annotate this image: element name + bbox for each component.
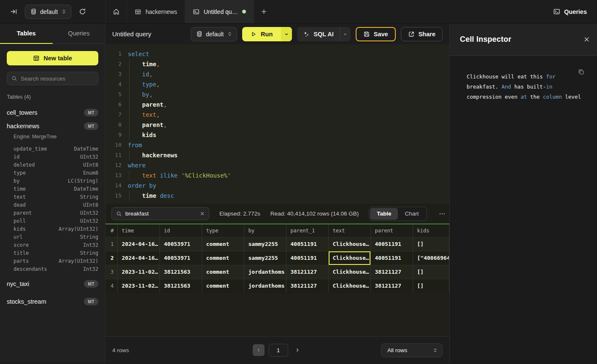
- collapse-sidebar-button[interactable]: [8, 6, 19, 17]
- row-number-cell[interactable]: 1: [105, 237, 117, 251]
- data-cell[interactable]: Clickhouse…: [328, 279, 370, 293]
- query-database-selector[interactable]: default: [191, 27, 237, 41]
- row-number-cell[interactable]: 3: [105, 265, 117, 279]
- tab-hackernews[interactable]: hackernews: [127, 0, 185, 23]
- data-cell[interactable]: 40053971: [159, 251, 202, 265]
- table-item-hackernews[interactable]: hackernews MT: [0, 119, 105, 133]
- run-options-caret[interactable]: [281, 27, 292, 41]
- data-cell[interactable]: 2023-11-02…: [117, 279, 159, 293]
- view-toggle-chart[interactable]: Chart: [398, 208, 425, 220]
- column-header[interactable]: id: [159, 224, 202, 237]
- data-cell[interactable]: 40051191: [370, 251, 413, 265]
- data-cell[interactable]: 38121127: [370, 279, 413, 293]
- sql-ai-button[interactable]: SQL AI: [297, 27, 351, 41]
- schema-column-row[interactable]: typeEnum8: [0, 169, 105, 177]
- database-selector[interactable]: default: [25, 5, 71, 19]
- data-cell[interactable]: []: [413, 237, 449, 251]
- refresh-button[interactable]: [77, 6, 88, 17]
- data-cell[interactable]: 2024-04-16…: [117, 251, 159, 265]
- queries-button[interactable]: Queries: [553, 8, 587, 15]
- sql-editor[interactable]: 1select2 time,3 id,4 type,5 by,6 parent,…: [105, 44, 449, 204]
- previous-page-button[interactable]: [253, 344, 265, 356]
- table-item-nyc-taxi[interactable]: nyc_taxi MT: [0, 277, 105, 291]
- data-cell[interactable]: Clickhouse…: [328, 265, 370, 279]
- column-header[interactable]: time: [117, 224, 159, 237]
- new-table-button[interactable]: New table: [7, 51, 98, 65]
- page-size-selector[interactable]: All rows: [381, 343, 443, 357]
- schema-column-row[interactable]: update_timeDateTime: [0, 145, 105, 153]
- schema-column-row[interactable]: deadUInt8: [0, 201, 105, 209]
- data-cell[interactable]: 2024-04-16…: [117, 237, 159, 251]
- data-cell[interactable]: 40051191: [286, 237, 328, 251]
- schema-column-row[interactable]: idUInt32: [0, 153, 105, 161]
- data-cell[interactable]: 38121127: [370, 265, 413, 279]
- table-item-cell-towers[interactable]: cell_towers MT: [0, 106, 105, 119]
- tab-home[interactable]: [106, 0, 127, 23]
- column-header[interactable]: by: [244, 224, 286, 237]
- column-header[interactable]: kids: [413, 224, 449, 237]
- table-item-stocks-stream[interactable]: stocks_stream MT: [0, 295, 105, 308]
- schema-column-row[interactable]: descendantsInt32: [0, 265, 105, 273]
- data-cell[interactable]: comment: [202, 251, 244, 265]
- data-cell[interactable]: 2023-11-02…: [117, 265, 159, 279]
- data-cell[interactable]: comment: [202, 279, 244, 293]
- new-tab-button[interactable]: [254, 0, 274, 23]
- row-number-cell[interactable]: 4: [105, 279, 117, 293]
- sql-ai-caret[interactable]: [340, 27, 351, 41]
- data-cell[interactable]: comment: [202, 237, 244, 251]
- column-header[interactable]: parent_1: [286, 224, 328, 237]
- column-header[interactable]: parent: [370, 224, 413, 237]
- column-header[interactable]: type: [202, 224, 244, 237]
- sidebar-tab-queries[interactable]: Queries: [53, 24, 105, 44]
- schema-column-row[interactable]: timeDateTime: [0, 185, 105, 193]
- run-button[interactable]: Run: [242, 27, 292, 41]
- data-cell[interactable]: []: [413, 279, 449, 293]
- results-search-input[interactable]: [125, 210, 197, 217]
- schema-column-row[interactable]: partsArray(UInt32): [0, 257, 105, 265]
- table-item-label: nyc_taxi: [7, 280, 29, 287]
- row-number-cell[interactable]: 2: [105, 251, 117, 265]
- data-cell[interactable]: sammy2255: [244, 251, 286, 265]
- results-header-row: #timeidtypebyparent_1textparentkids: [105, 224, 449, 237]
- copy-cell-button[interactable]: [578, 68, 585, 75]
- schema-column-row[interactable]: urlString: [0, 233, 105, 241]
- save-button[interactable]: Save: [356, 27, 396, 41]
- column-header[interactable]: text: [328, 224, 370, 237]
- run-button-main[interactable]: Run: [242, 27, 281, 41]
- sql-ai-button-main[interactable]: SQL AI: [297, 27, 340, 41]
- schema-column-row[interactable]: scoreInt32: [0, 241, 105, 249]
- data-cell[interactable]: 40051191: [286, 251, 328, 265]
- data-cell[interactable]: comment: [202, 265, 244, 279]
- schema-column-row[interactable]: parentUInt32: [0, 209, 105, 217]
- schema-column-row[interactable]: pollUInt32: [0, 217, 105, 225]
- data-cell[interactable]: Clickhouse…: [328, 251, 370, 265]
- data-cell[interactable]: jordanthoms: [244, 279, 286, 293]
- data-cell[interactable]: []: [413, 265, 449, 279]
- data-cell[interactable]: 40051191: [370, 237, 413, 251]
- next-page-button[interactable]: [292, 344, 303, 356]
- schema-column-row[interactable]: deletedUInt8: [0, 161, 105, 169]
- page-number-input[interactable]: [269, 344, 288, 357]
- data-cell[interactable]: 38121563: [159, 265, 202, 279]
- column-header[interactable]: #: [105, 224, 117, 237]
- view-toggle-table[interactable]: Table: [370, 208, 398, 220]
- data-cell[interactable]: 40053971: [159, 237, 202, 251]
- share-button[interactable]: Share: [401, 27, 443, 41]
- tab-untitled-query[interactable]: Untitled qu…: [185, 0, 254, 23]
- schema-column-row[interactable]: textString: [0, 193, 105, 201]
- data-cell[interactable]: 38121127: [286, 279, 328, 293]
- results-more-button[interactable]: [437, 209, 447, 219]
- schema-column-row[interactable]: kidsArray(UInt32): [0, 225, 105, 233]
- data-cell[interactable]: jordanthoms: [244, 265, 286, 279]
- resource-search-input[interactable]: [21, 75, 94, 82]
- close-inspector-button[interactable]: [582, 35, 592, 44]
- schema-column-row[interactable]: titleString: [0, 249, 105, 257]
- data-cell[interactable]: sammy2255: [244, 237, 286, 251]
- sidebar-tab-tables[interactable]: Tables: [0, 24, 53, 44]
- clear-search-button[interactable]: [200, 211, 205, 216]
- data-cell[interactable]: ["40066964…: [413, 251, 449, 265]
- data-cell[interactable]: 38121127: [286, 265, 328, 279]
- data-cell[interactable]: 38121563: [159, 279, 202, 293]
- data-cell[interactable]: Clickhouse…: [328, 237, 370, 251]
- schema-column-row[interactable]: byLC(String): [0, 177, 105, 185]
